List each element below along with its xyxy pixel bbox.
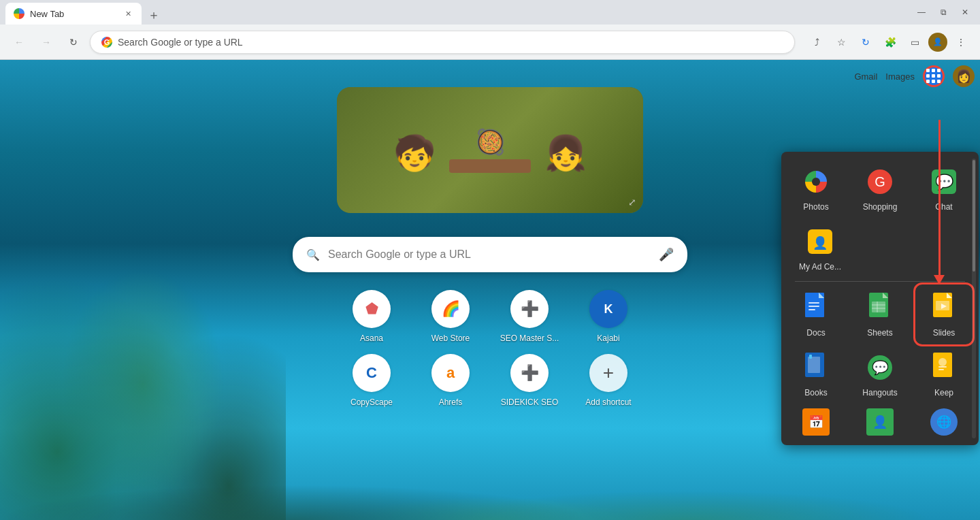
svg-rect-13 [808,309,815,310]
svg-text:💬: 💬 [872,359,889,376]
sidekick-logo-icon: ➕ [521,364,539,382]
svg-rect-11 [808,302,819,304]
partial-icon-1: 📅 [802,408,830,436]
chat-label: Chat [935,202,952,212]
menu-icon[interactable]: ⋮ [950,31,972,53]
books-label: Books [804,388,827,397]
content-area: 🧒 🥘 👧 ⤢ 🔍 Search Google or type a URL [0,60,980,520]
minimize-button[interactable]: — [912,3,931,22]
app-shopping[interactable]: G Shopping [853,160,907,217]
docs-icon [800,291,832,324]
svg-rect-32 [938,369,944,370]
user-profile-button[interactable]: 👩 [953,65,975,87]
tab-bar: New Tab ✕ ＋ [5,0,909,25]
copyscape-label: CopyScape [350,397,393,407]
partial-icon-3: 🌐 [930,408,958,436]
svg-rect-31 [938,366,947,368]
gmail-link[interactable]: Gmail [854,71,877,82]
webstore-label: Web Store [431,334,470,343]
tab-favicon [14,8,24,19]
app-slides[interactable]: Slides [917,286,971,343]
ahrefs-label: Ahrefs [439,397,463,407]
apps-row-2: 👤 My Ad Ce... [784,220,976,277]
search-bar[interactable]: 🔍 Search Google or type a URL 🎤 [293,237,687,272]
microphone-icon[interactable]: 🎤 [659,247,674,262]
apps-row-4: Books 💬 Hangouts [784,346,976,403]
asana-logo-icon: ⬟ [365,300,378,318]
app-chat[interactable]: 💬 Chat [917,160,971,217]
apps-row-1: Photos G Shopping 💬 [784,160,976,217]
seomaster-logo-icon: ➕ [521,300,539,318]
keep-label: Keep [934,388,953,397]
photos-label: Photos [803,202,828,212]
profile-image: 👩 [956,69,971,84]
books-icon [800,351,832,384]
back-button[interactable]: ← [8,31,30,53]
keep-icon [928,351,960,384]
apps-scrollbar-track[interactable] [972,159,976,438]
shortcut-ahrefs[interactable]: a Ahrefs [416,354,485,407]
apps-scrollbar-thumb [973,160,975,272]
address-input[interactable]: G Search Google or type a URL [90,31,795,54]
hangouts-label: Hangouts [862,388,897,397]
shortcut-asana[interactable]: ⬟ Asana [338,290,406,343]
svg-rect-25 [808,357,820,373]
tab-close-button[interactable]: ✕ [122,8,133,19]
shortcut-sidekick[interactable]: ➕ SIDEKICK SEO [495,354,564,407]
profile-window-icon[interactable]: ▭ [904,31,926,53]
app-adcenter[interactable]: 👤 My Ad Ce... [792,220,848,277]
svg-text:💬: 💬 [935,173,954,191]
app-sheets[interactable]: Sheets [853,286,907,343]
share-icon[interactable]: ⤴ [806,31,828,53]
reload-button[interactable]: ↻ [63,31,84,53]
adcenter-label: My Ad Ce... [799,262,841,272]
app-hangouts[interactable]: 💬 Hangouts [853,346,907,403]
forward-button[interactable]: → [35,31,57,53]
new-tab-button[interactable]: ＋ [144,5,163,25]
app-photos[interactable]: Photos [789,160,843,217]
shortcut-seomaster[interactable]: ➕ SEO Master S... [495,290,564,343]
toolbar-icons: ⤴ ☆ ↻ 🧩 ▭ 👤 ⋮ [806,31,972,53]
app-partial-3: 🌐 [917,406,971,440]
bookmark-icon[interactable]: ☆ [830,31,852,53]
doodle-share-button[interactable]: ⤢ [628,197,636,208]
shortcuts-grid: ⬟ Asana 🌈 Web Store ➕ SEO Master S... [338,290,642,407]
copyscape-logo-icon: C [366,364,377,382]
ahrefs-logo-icon: a [446,364,455,382]
extensions-icon[interactable]: 🧩 [879,31,901,53]
svg-rect-26 [809,355,812,359]
extension-sync-icon[interactable]: ↻ [855,31,877,53]
app-books[interactable]: Books [789,346,843,403]
svg-rect-16 [872,302,885,312]
asana-label: Asana [360,334,383,343]
sheets-icon [864,291,896,324]
plus-icon: + [603,362,614,384]
app-docs[interactable]: Docs [789,286,843,343]
svg-rect-12 [808,306,819,307]
profile-avatar[interactable]: 👤 [928,33,947,52]
chat-icon: 💬 [928,165,960,198]
add-shortcut-icon: + [589,354,627,392]
shortcut-copyscape[interactable]: C CopyScape [338,354,406,407]
shortcut-webstore[interactable]: 🌈 Web Store [416,290,485,343]
webstore-icon: 🌈 [431,290,470,328]
images-link[interactable]: Images [885,71,915,82]
kajabi-logo-icon: K [604,302,613,316]
shopping-label: Shopping [863,202,898,212]
shortcut-kajabi[interactable]: K Kajabi [574,290,642,343]
google-apps-button[interactable] [923,65,945,87]
slides-icon [928,291,960,324]
browser-frame: New Tab ✕ ＋ — ⧉ ✕ ← → ↻ G Search Google … [0,0,980,520]
app-keep[interactable]: Keep [917,346,971,403]
restore-button[interactable]: ⧉ [934,3,953,22]
apps-dropdown-menu: Photos G Shopping 💬 [781,152,979,445]
seomaster-icon: ➕ [510,290,549,328]
photos-icon [800,165,832,198]
close-button[interactable]: ✕ [956,3,975,22]
partial-icon-2: 👤 [866,408,894,436]
active-tab[interactable]: New Tab ✕ [5,3,142,25]
apps-button-container [923,65,945,87]
shortcut-add[interactable]: + Add shortcut [574,354,642,407]
doodle-fork [449,159,531,173]
google-favicon-icon: G [101,37,112,48]
